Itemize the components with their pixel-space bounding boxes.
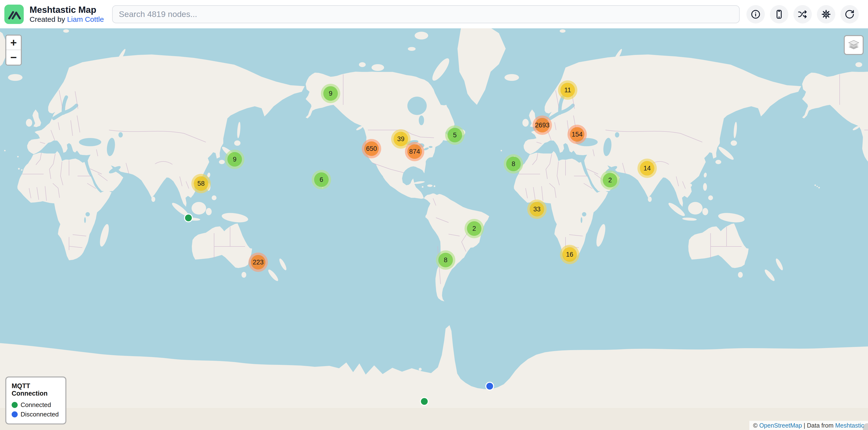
meshtastic-logo-icon [4, 5, 24, 24]
cluster-count: 14 [640, 161, 654, 175]
cluster-count: 9 [323, 86, 338, 101]
cluster-marker[interactable]: 650 [362, 139, 381, 158]
cluster-marker[interactable]: 58 [191, 174, 211, 193]
attribution: © OpenStreetMap | Data from Meshtastic [749, 421, 868, 430]
cluster-marker[interactable]: 5 [445, 125, 465, 145]
zoom-in-button[interactable]: + [6, 36, 21, 50]
cluster-count: 2 [467, 221, 482, 236]
cluster-count: 39 [394, 132, 408, 146]
search-wrap [112, 5, 740, 23]
attribution-middle: | Data from [802, 422, 835, 429]
cluster-marker[interactable]: 9 [321, 84, 340, 103]
cluster-marker[interactable]: 14 [638, 159, 657, 178]
cluster-count: 58 [194, 176, 208, 191]
legend-label: Connected [21, 401, 51, 409]
layers-icon [846, 37, 862, 53]
cluster-marker[interactable]: 11 [558, 80, 578, 100]
cluster-marker[interactable]: 16 [560, 245, 579, 264]
meshtastic-logo [4, 5, 24, 24]
mobile-app-button[interactable] [770, 5, 788, 24]
info-button[interactable] [746, 5, 765, 24]
legend-dot [11, 402, 18, 408]
cluster-marker[interactable]: 154 [567, 125, 587, 144]
cluster-count: 16 [562, 247, 577, 262]
search-input[interactable] [112, 5, 740, 23]
info-icon [750, 9, 761, 20]
zoom-out-button[interactable]: − [6, 50, 21, 65]
cluster-count: 2693 [535, 118, 550, 132]
gear-icon [821, 9, 831, 20]
settings-button[interactable] [817, 5, 835, 24]
cluster-count: 650 [364, 141, 379, 156]
legend-items: ConnectedDisconnected [11, 401, 60, 418]
smartphone-icon [774, 9, 784, 20]
legend-dot [11, 411, 18, 418]
title-block: Meshtastic Map Created by Liam Cottle [30, 5, 104, 24]
cluster-count: 6 [314, 172, 329, 187]
page-title: Meshtastic Map [30, 5, 104, 15]
refresh-button[interactable] [840, 5, 859, 24]
refresh-icon [844, 9, 855, 20]
layers-control[interactable] [844, 35, 864, 55]
cluster-marker[interactable]: 2 [465, 219, 484, 238]
cluster-marker[interactable]: 8 [504, 154, 523, 174]
node-marker-disconnected[interactable] [485, 382, 494, 391]
cluster-marker[interactable]: 2 [600, 170, 620, 190]
cluster-count: 9 [227, 152, 242, 167]
cluster-count: 11 [560, 83, 575, 97]
cluster-marker[interactable]: 6 [312, 170, 331, 189]
cluster-count: 223 [251, 255, 266, 269]
legend-title: MQTT Connection [11, 382, 60, 397]
cluster-count: 2 [603, 173, 617, 188]
byline: Created by Liam Cottle [30, 15, 104, 24]
mqtt-legend: MQTT Connection ConnectedDisconnected [5, 376, 66, 424]
node-marker-connected[interactable] [420, 397, 429, 406]
cluster-count: 8 [438, 253, 453, 267]
meshtastic-link[interactable]: Meshtastic [835, 422, 864, 429]
header-actions [746, 5, 859, 24]
legend-item: Connected [11, 401, 60, 409]
cluster-count: 154 [570, 127, 584, 142]
zoom-control: + − [5, 35, 22, 66]
cluster-count: 8 [506, 157, 521, 171]
cluster-count: 874 [407, 144, 422, 159]
world-map [0, 28, 868, 430]
osm-link[interactable]: OpenStreetMap [759, 422, 802, 429]
random-node-button[interactable] [794, 5, 812, 24]
copyright-text: © [753, 422, 759, 429]
byline-prefix: Created by [30, 15, 67, 23]
byline-author-link[interactable]: Liam Cottle [67, 15, 104, 23]
cluster-marker[interactable]: 8 [436, 250, 455, 270]
top-bar: Meshtastic Map Created by Liam Cottle [0, 0, 868, 28]
cluster-marker[interactable]: 33 [527, 199, 547, 219]
legend-label: Disconnected [21, 410, 59, 418]
cluster-count: 5 [447, 128, 462, 142]
cluster-count: 33 [530, 202, 544, 217]
legend-item: Disconnected [11, 410, 60, 418]
node-marker-connected[interactable] [184, 213, 193, 222]
map-canvas[interactable]: + − 939650874511269315482143316282235896… [0, 28, 868, 430]
cluster-marker[interactable]: 874 [405, 142, 424, 161]
cluster-marker[interactable]: 223 [248, 253, 268, 272]
cluster-marker[interactable]: 9 [225, 150, 244, 169]
cluster-marker[interactable]: 2693 [533, 115, 552, 135]
shuffle-icon [798, 9, 808, 20]
